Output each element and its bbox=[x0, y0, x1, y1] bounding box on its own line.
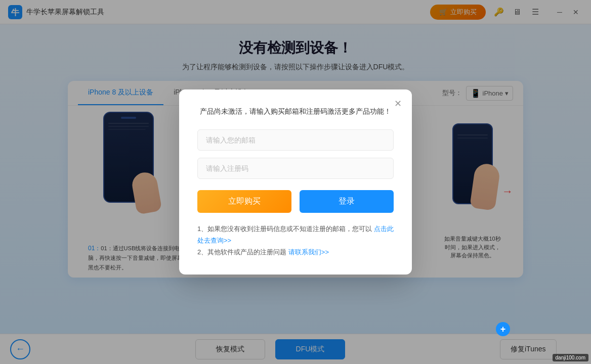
email-input[interactable] bbox=[197, 129, 394, 151]
registration-code-input[interactable] bbox=[197, 158, 394, 179]
modal-description: 产品尚未激活，请输入购买邮箱和注册码激活更多产品功能！ bbox=[197, 106, 394, 117]
modal-dialog: ✕ 产品尚未激活，请输入购买邮箱和注册码激活更多产品功能！ 立即购买 登录 1、… bbox=[179, 89, 412, 275]
plus-badge[interactable]: + bbox=[496, 322, 510, 336]
modal-footer-line1: 1、如果您没有收到注册码信息或不知道注册的邮箱，您可以 点击此处去查询>> bbox=[197, 223, 394, 247]
modal-buttons: 立即购买 登录 bbox=[197, 190, 394, 213]
modal-buy-button[interactable]: 立即购买 bbox=[197, 190, 291, 213]
modal-footer-line2: 2、其他软件或产品的注册问题 请联系我们>> bbox=[197, 246, 394, 258]
footer2-text: 2、其他软件或产品的注册问题 bbox=[197, 248, 286, 256]
modal-footer: 1、如果您没有收到注册码信息或不知道注册的邮箱，您可以 点击此处去查询>> 2、… bbox=[197, 223, 394, 258]
modal-login-button[interactable]: 登录 bbox=[300, 190, 394, 213]
modal-close-button[interactable]: ✕ bbox=[391, 97, 405, 111]
modal-overlay: ✕ 产品尚未激活，请输入购买邮箱和注册码激活更多产品功能！ 立即购买 登录 1、… bbox=[0, 0, 591, 364]
watermark: danji100.com bbox=[553, 354, 588, 361]
footer1-text: 1、如果您没有收到注册码信息或不知道注册的邮箱，您可以 bbox=[197, 225, 372, 233]
footer2-link[interactable]: 请联系我们>> bbox=[288, 248, 329, 256]
